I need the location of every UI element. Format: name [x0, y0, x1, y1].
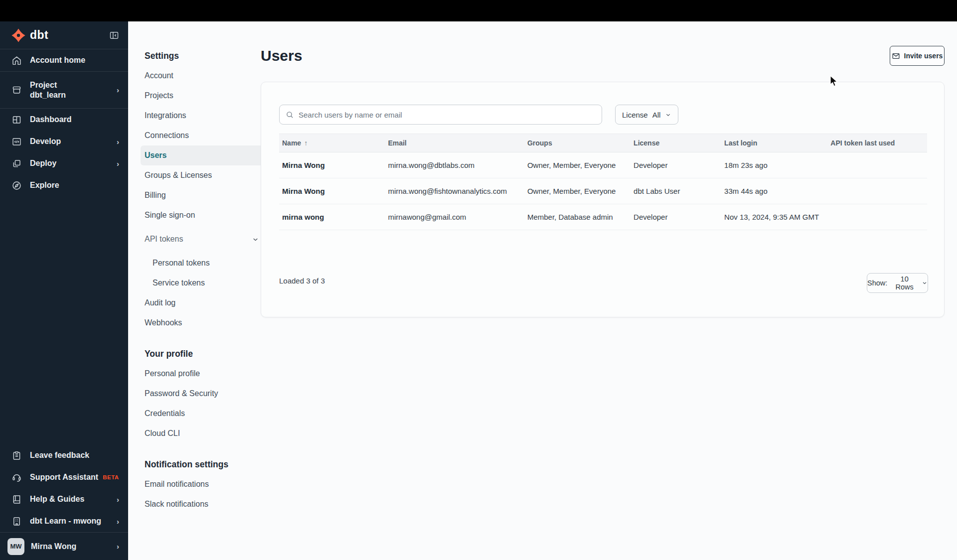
search-icon: [286, 111, 294, 119]
search-input[interactable]: [299, 111, 596, 119]
develop-icon: [11, 137, 22, 147]
column-header-api-token-last-used[interactable]: API token last used: [830, 139, 927, 147]
dashboard-icon: [11, 115, 22, 125]
settings-nav-service-tokens[interactable]: Service tokens: [141, 273, 263, 293]
settings-nav-account[interactable]: Account: [141, 66, 263, 86]
settings-nav-integrations[interactable]: Integrations: [141, 106, 263, 126]
sidebar-item-deploy[interactable]: Deploy ›: [0, 152, 128, 174]
cell-last-login: Nov 13, 2024, 9:35 AM GMT: [724, 213, 830, 221]
sidebar-item-dashboard[interactable]: Dashboard: [0, 109, 128, 131]
sidebar-item-label: Support Assistant: [30, 473, 98, 482]
chevron-right-icon: ›: [117, 138, 119, 146]
settings-nav-users[interactable]: Users: [141, 145, 263, 165]
settings-nav-groups-licenses[interactable]: Groups & Licenses: [141, 165, 263, 185]
settings-nav-cloud-cli[interactable]: Cloud CLI: [141, 423, 263, 443]
cell-groups: Owner, Member, Everyone: [527, 187, 634, 195]
your-profile-heading: Your profile: [141, 344, 263, 364]
chevron-right-icon: ›: [117, 86, 119, 94]
rows-per-page-dropdown[interactable]: Show: 10 Rows: [867, 273, 928, 293]
project-icon: [11, 85, 22, 95]
settings-nav-slack-notifications[interactable]: Slack notifications: [141, 494, 263, 514]
users-table: Name↑ Email Groups License Last login AP…: [279, 134, 927, 230]
column-header-license[interactable]: License: [634, 139, 724, 147]
cell-last-login: 18m 23s ago: [724, 161, 830, 169]
chevron-right-icon: ›: [117, 517, 119, 526]
sidebar-item-project[interactable]: Project dbt_learn ›: [0, 72, 128, 108]
logo-wordmark: dbt: [30, 28, 48, 42]
cell-email: mirnawong@gmail.com: [388, 213, 527, 221]
sidebar-item-label: Leave feedback: [30, 451, 89, 460]
sidebar-item-label: Help & Guides: [30, 495, 84, 504]
license-filter-label: License: [622, 111, 648, 119]
user-name: Mirna Wong: [31, 542, 76, 551]
cell-email: mirna.wong@dbtlabs.com: [388, 161, 527, 169]
settings-nav-audit-log[interactable]: Audit log: [141, 293, 263, 313]
column-header-groups[interactable]: Groups: [527, 139, 634, 147]
users-card: License All Name↑ Email Groups License L…: [261, 82, 945, 317]
settings-nav-password-security[interactable]: Password & Security: [141, 384, 263, 404]
sidebar-user-menu[interactable]: MW Mirna Wong ›: [0, 533, 128, 560]
api-tokens-label: API tokens: [145, 235, 183, 244]
sidebar-item-support-assistant[interactable]: Support Assistant BETA: [0, 466, 128, 488]
notification-settings-heading: Notification settings: [141, 454, 263, 474]
license-filter-value: All: [652, 111, 661, 119]
cell-license: Developer: [634, 213, 724, 221]
avatar: MW: [7, 538, 24, 555]
sidebar-item-org-switcher[interactable]: dbt Learn - mwong ›: [0, 510, 128, 532]
settings-nav-credentials[interactable]: Credentials: [141, 404, 263, 423]
sidebar-item-label: Deploy: [30, 159, 56, 168]
column-header-email[interactable]: Email: [388, 139, 527, 147]
app-sidebar: dbt Account home Project dbt_learn › Das…: [0, 21, 128, 560]
book-icon: [11, 494, 22, 505]
chevron-right-icon: ›: [117, 542, 119, 551]
settings-nav-connections[interactable]: Connections: [141, 126, 263, 145]
settings-nav-personal-profile[interactable]: Personal profile: [141, 364, 263, 384]
settings-heading: Settings: [141, 46, 263, 66]
sidebar-item-develop[interactable]: Develop ›: [0, 131, 128, 152]
sidebar-item-label: Dashboard: [30, 115, 72, 124]
settings-nav-api-tokens[interactable]: API tokens: [141, 229, 263, 249]
deploy-icon: [11, 158, 22, 169]
license-filter-dropdown[interactable]: License All: [615, 105, 678, 125]
user-search: [279, 105, 602, 125]
settings-nav-webhooks[interactable]: Webhooks: [141, 313, 263, 333]
collapse-sidebar-icon[interactable]: [109, 30, 119, 40]
show-value: 10 Rows: [891, 275, 918, 291]
cell-groups: Member, Database admin: [527, 213, 634, 221]
project-label: Project: [30, 80, 66, 90]
sidebar-item-label: Explore: [30, 181, 59, 190]
settings-nav-projects[interactable]: Projects: [141, 86, 263, 106]
table-row[interactable]: Mirna Wong mirna.wong@dbtlabs.com Owner,…: [279, 152, 927, 178]
logo-row: dbt: [0, 21, 128, 49]
cell-license: dbt Labs User: [634, 187, 724, 195]
beta-badge: BETA: [103, 474, 119, 480]
sort-asc-icon: ↑: [304, 139, 308, 147]
cell-name: Mirna Wong: [279, 161, 388, 169]
project-name: dbt_learn: [30, 90, 66, 100]
building-icon: [11, 516, 22, 527]
table-row[interactable]: Mirna Wong mirna.wong@fishtownanalytics.…: [279, 178, 927, 204]
column-header-name[interactable]: Name↑: [279, 139, 388, 147]
sidebar-item-label: Account home: [30, 56, 85, 65]
invite-users-label: Invite users: [904, 52, 943, 60]
sidebar-item-leave-feedback[interactable]: Leave feedback: [0, 444, 128, 466]
invite-users-button[interactable]: Invite users: [890, 46, 945, 66]
settings-nav-email-notifications[interactable]: Email notifications: [141, 474, 263, 494]
headset-icon: [11, 472, 22, 483]
table-row[interactable]: mirna wong mirnawong@gmail.com Member, D…: [279, 204, 927, 230]
settings-nav: Settings Account Projects Integrations C…: [141, 21, 263, 514]
table-header: Name↑ Email Groups License Last login AP…: [279, 134, 927, 152]
top-black-bar: [0, 0, 957, 21]
sidebar-item-help-guides[interactable]: Help & Guides ›: [0, 488, 128, 510]
cell-last-login: 33m 44s ago: [724, 187, 830, 195]
settings-nav-billing[interactable]: Billing: [141, 185, 263, 205]
envelope-icon: [892, 52, 900, 60]
sidebar-item-account-home[interactable]: Account home: [0, 49, 128, 71]
explore-compass-icon: [11, 180, 22, 191]
clipboard-icon: [11, 450, 22, 461]
sidebar-item-explore[interactable]: Explore: [0, 174, 128, 196]
chevron-down-icon: [665, 112, 671, 118]
settings-nav-personal-tokens[interactable]: Personal tokens: [141, 253, 263, 273]
settings-nav-single-sign-on[interactable]: Single sign-on: [141, 205, 263, 225]
column-header-last-login[interactable]: Last login: [724, 139, 830, 147]
